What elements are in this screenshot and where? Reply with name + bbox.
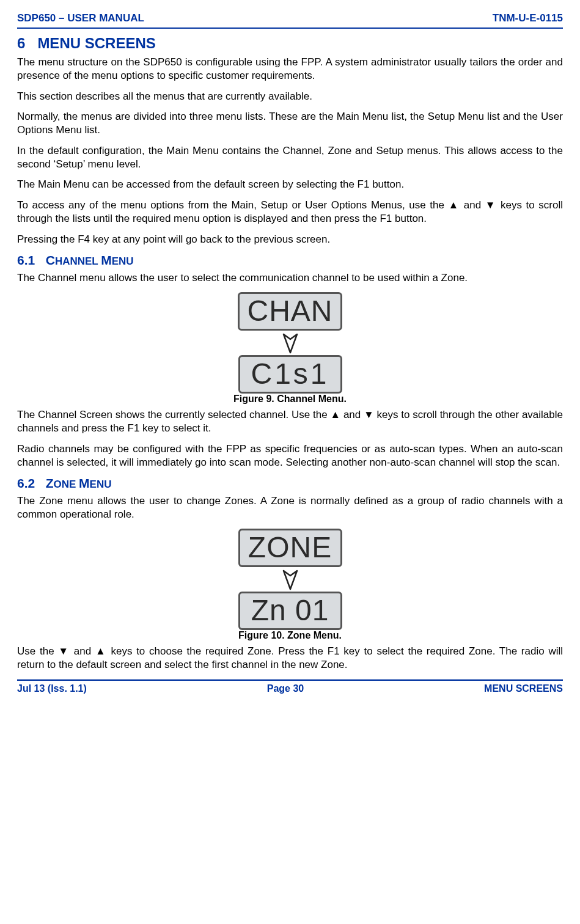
section-6-p4: In the default configuration, the Main M…	[17, 144, 563, 171]
section-6-2-cap2: M	[79, 476, 90, 490]
section-6-1-title: 6.1 CHANNEL MENU	[17, 253, 563, 268]
section-6-p5: The Main Menu can be accessed from the d…	[17, 178, 563, 191]
section-6-p3: Normally, the menus are divided into thr…	[17, 110, 563, 137]
section-6-1-rest1: HANNEL	[55, 255, 101, 267]
section-6-p7: Pressing the F4 key at any point will go…	[17, 233, 563, 246]
section-6-1-cap2: M	[101, 253, 112, 267]
figure-9: CHAN C1s1 Figure 9. Channel Menu.	[17, 292, 563, 405]
section-6-2-rest2: ENU	[90, 479, 112, 490]
section-6-2-p2: Use the ▼ and ▲ keys to choose the requi…	[17, 645, 563, 672]
header-right: TNM-U-E-0115	[493, 12, 563, 24]
svg-marker-1	[284, 571, 297, 589]
figure-9-lcd-bottom: C1s1	[238, 355, 342, 394]
svg-marker-0	[284, 334, 297, 353]
section-6-1-rest2: ENU	[112, 255, 134, 267]
footer-rule	[17, 679, 563, 681]
header-rule	[17, 27, 563, 29]
section-6-2-cap1: Z	[46, 476, 54, 490]
figure-10-caption: Figure 10. Zone Menu.	[17, 630, 563, 641]
header-left: SDP650 – USER MANUAL	[17, 12, 144, 24]
figure-10-lcd-top: ZONE	[238, 529, 342, 567]
footer-right: MENU SCREENS	[484, 683, 563, 694]
section-6-p1: The menu structure on the SDP650 is conf…	[17, 56, 563, 82]
arrow-down-icon	[281, 332, 299, 354]
section-6-2-p1: The Zone menu allows the user to change …	[17, 494, 563, 521]
section-6-1-p2: The Channel Screen shows the currently s…	[17, 408, 563, 435]
figure-10: ZONE Zn 01 Figure 10. Zone Menu.	[17, 529, 563, 641]
section-6-2-rest1: ONE	[54, 479, 79, 490]
section-6-p2: This section describes all the menus tha…	[17, 90, 563, 103]
section-6-1-cap1: C	[46, 253, 55, 267]
figure-9-caption: Figure 9. Channel Menu.	[17, 394, 563, 405]
section-6-p6: To access any of the menu options from t…	[17, 199, 563, 226]
section-6-title: 6 MENU SCREENS	[17, 35, 563, 52]
footer-center: Page 30	[267, 683, 304, 694]
figure-9-lcd-top: CHAN	[238, 292, 342, 331]
section-6-text: MENU SCREENS	[37, 35, 155, 51]
section-6-2-number: 6.2	[17, 476, 35, 490]
section-6-number: 6	[17, 35, 25, 51]
figure-10-lcd-bottom: Zn 01	[238, 592, 342, 630]
footer-left: Jul 13 (Iss. 1.1)	[17, 683, 87, 694]
section-6-1-p3: Radio channels may be configured with th…	[17, 442, 563, 469]
section-6-2-title: 6.2 ZONE MENU	[17, 476, 563, 491]
arrow-down-icon	[281, 568, 299, 590]
section-6-1-number: 6.1	[17, 253, 35, 267]
section-6-1-p1: The Channel menu allows the user to sele…	[17, 271, 563, 285]
